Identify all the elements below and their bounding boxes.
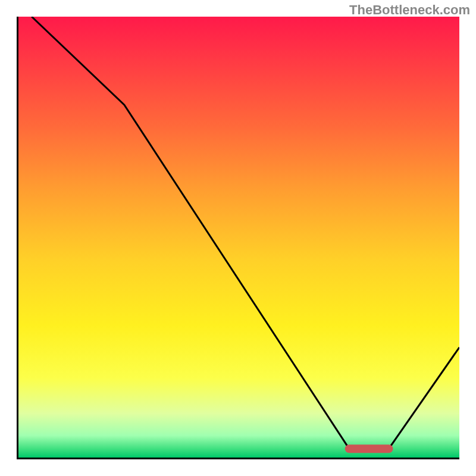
chart-plot-area <box>17 17 459 459</box>
chart-gradient-background <box>18 17 459 458</box>
svg-rect-0 <box>18 17 459 458</box>
watermark-text: TheBottleneck.com <box>349 2 470 18</box>
